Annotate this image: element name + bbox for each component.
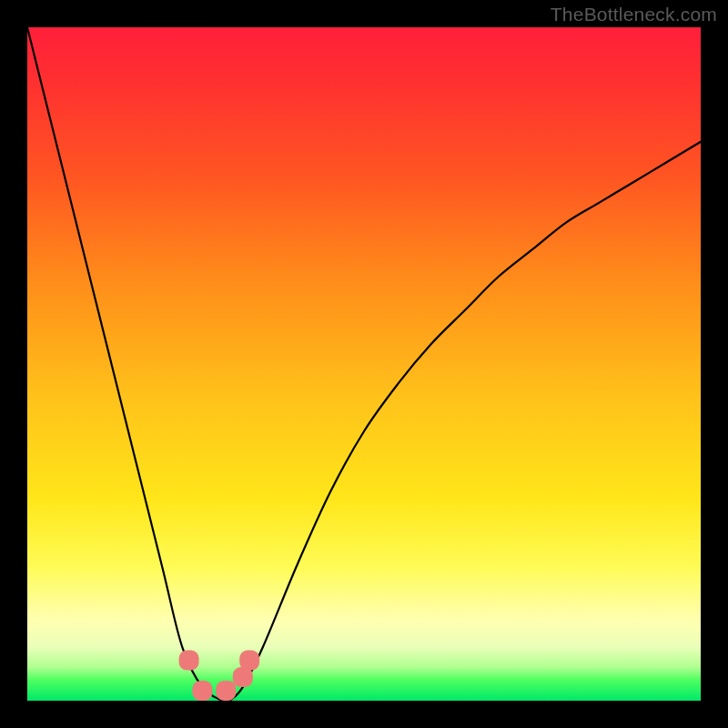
watermark-text: TheBottleneck.com [551,4,717,25]
curve-marker [216,681,236,701]
curve-marker [192,681,212,701]
marker-group [179,651,260,701]
bottleneck-curve [27,27,701,703]
curve-marker [239,651,259,671]
chart-frame: TheBottleneck.com [0,0,728,728]
plot-area [27,27,701,701]
curve-marker [179,651,199,671]
chart-overlay [27,27,701,701]
